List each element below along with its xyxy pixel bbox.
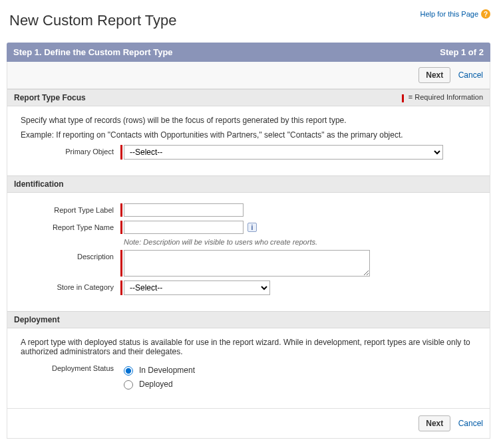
next-button-bottom[interactable]: Next xyxy=(418,415,450,431)
radio-deployed-label: Deployed xyxy=(139,380,173,389)
focus-description-1: Specify what type of records (rows) will… xyxy=(21,116,476,125)
required-bar xyxy=(120,250,122,277)
next-button-top[interactable]: Next xyxy=(418,67,450,83)
description-textarea[interactable] xyxy=(124,250,370,277)
required-bar xyxy=(120,203,122,217)
deployment-status-label: Deployment Status xyxy=(21,362,120,372)
radio-deployed-input[interactable] xyxy=(124,380,133,390)
report-type-label-input[interactable] xyxy=(124,203,244,217)
cancel-link-bottom[interactable]: Cancel xyxy=(458,419,483,428)
section-header-identification: Identification xyxy=(7,175,490,193)
section-title-focus: Report Type Focus xyxy=(14,93,86,102)
bottom-button-row: Next Cancel xyxy=(7,408,490,438)
help-link[interactable]: Help for this Page ? xyxy=(420,9,490,19)
required-bar xyxy=(120,280,122,295)
step-bar-count: Step 1 of 2 xyxy=(440,47,484,57)
required-indicator-icon xyxy=(402,94,404,102)
cancel-link-top[interactable]: Cancel xyxy=(458,70,483,80)
radio-in-development[interactable]: In Development xyxy=(120,364,195,376)
section-title-identification: Identification xyxy=(14,179,64,189)
section-header-deployment: Deployment xyxy=(7,311,490,328)
radio-in-development-label: In Development xyxy=(139,366,195,375)
focus-description-2: Example: If reporting on "Contacts with … xyxy=(21,130,476,140)
top-button-row: Next Cancel xyxy=(7,62,490,89)
step-bar: Step 1. Define the Custom Report Type St… xyxy=(7,43,490,62)
required-legend-text: = Required Information xyxy=(409,93,483,101)
description-note: Note: Description will be visible to use… xyxy=(124,238,476,246)
deployment-description: A report type with deployed status is av… xyxy=(21,338,476,356)
radio-in-development-input[interactable] xyxy=(124,366,133,376)
required-bar xyxy=(120,145,122,160)
section-title-deployment: Deployment xyxy=(14,315,60,324)
store-in-category-label: Store in Category xyxy=(21,280,120,291)
required-bar xyxy=(120,221,122,234)
radio-deployed[interactable]: Deployed xyxy=(120,378,195,390)
section-header-focus: Report Type Focus = Required Information xyxy=(7,89,490,106)
primary-object-label: Primary Object xyxy=(21,145,120,156)
store-in-category-select[interactable]: --Select-- xyxy=(124,280,270,295)
page-title: New Custom Report Type xyxy=(9,12,176,29)
report-type-name-label: Report Type Name xyxy=(21,221,120,231)
help-link-text: Help for this Page xyxy=(420,10,478,18)
required-legend: = Required Information xyxy=(402,93,483,102)
report-type-name-input[interactable] xyxy=(124,221,244,234)
info-icon[interactable]: i xyxy=(248,223,257,232)
step-bar-title: Step 1. Define the Custom Report Type xyxy=(13,47,173,57)
help-icon: ? xyxy=(481,9,490,19)
report-type-label-label: Report Type Label xyxy=(21,203,120,214)
primary-object-select[interactable]: --Select-- xyxy=(124,145,443,160)
description-label: Description xyxy=(21,250,120,261)
